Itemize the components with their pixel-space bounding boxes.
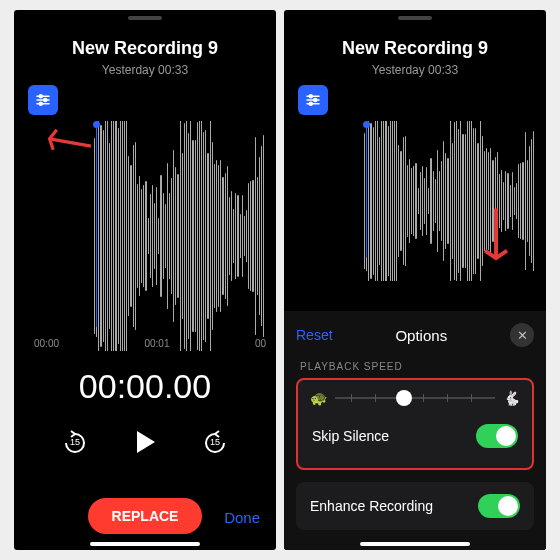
crop-icon[interactable] [232,85,262,115]
settings-icon[interactable] [28,85,58,115]
recording-subtitle: Yesterday 00:33 [284,63,546,77]
svg-marker-7 [137,431,155,453]
close-icon[interactable]: ✕ [510,323,534,347]
toolbar [284,77,546,115]
svg-point-13 [309,102,312,105]
skip-forward-button[interactable]: 15 [201,429,229,459]
drag-handle[interactable] [128,16,162,20]
svg-point-9 [309,95,312,98]
timer: 00:00.00 [14,367,276,406]
voice-memo-screen-left: New Recording 9 Yesterday 00:33 00:00 00… [14,10,276,550]
playhead-line [366,125,367,257]
skip-silence-toggle[interactable] [476,424,518,448]
svg-point-1 [39,95,42,98]
panel-title: Options [395,327,447,344]
playhead-line [96,125,97,327]
svg-point-3 [44,99,47,102]
enhance-group: Enhance Recording [296,482,534,530]
home-indicator[interactable] [360,542,470,546]
toolbar [14,77,276,115]
replace-button[interactable]: REPLACE [88,498,203,534]
skip-silence-label: Skip Silence [312,428,389,444]
svg-line-6 [50,122,91,163]
svg-line-14 [471,208,521,258]
svg-point-5 [39,102,42,105]
recording-title: New Recording 9 [284,38,546,59]
voice-memo-screen-right: New Recording 9 Yesterday 00:33 Reset Op… [284,10,546,550]
crop-icon[interactable] [502,85,532,115]
speed-knob[interactable] [396,390,412,406]
section-label: PLAYBACK SPEED [300,361,530,372]
skip-back-button[interactable]: 15 [61,429,89,459]
settings-icon[interactable] [298,85,328,115]
recording-title: New Recording 9 [14,38,276,59]
skip-silence-row: Skip Silence [310,414,520,458]
svg-point-11 [314,99,317,102]
play-button[interactable] [129,426,161,462]
recording-subtitle: Yesterday 00:33 [14,63,276,77]
enhance-toggle[interactable] [478,494,520,518]
playback-controls: 15 15 [14,426,276,462]
home-indicator[interactable] [90,542,200,546]
rabbit-icon: 🐇 [503,390,520,406]
timeline-ticks: 00:00 00:01 00 [34,338,266,349]
playback-speed-group: 🐢 🐇 Skip Silence [296,378,534,470]
turtle-icon: 🐢 [310,390,327,406]
done-button[interactable]: Done [224,509,260,526]
enhance-label: Enhance Recording [310,498,433,514]
drag-handle[interactable] [398,16,432,20]
speed-slider[interactable] [335,397,495,399]
options-panel: Reset Options ✕ PLAYBACK SPEED 🐢 🐇 [284,311,546,550]
reset-button[interactable]: Reset [296,327,333,343]
